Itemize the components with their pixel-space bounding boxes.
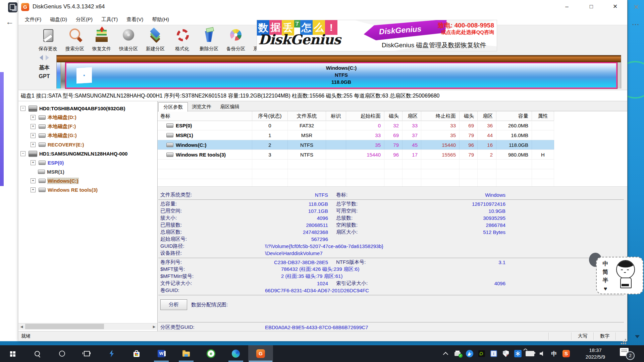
tree-item-windows-re-tools-3-[interactable]: +Windows RE tools(3) [18,185,157,194]
snowflake-app[interactable] [512,345,524,362]
new-partition-button[interactable]: 新建分区 [142,26,169,53]
column-header-8[interactable]: 磁头 [460,111,478,121]
ad-banner[interactable]: 数据丢了怎么! DiskGenius DiskGenius 致电: 400-00… [257,20,497,51]
sogou-status-3[interactable]: ♥ [601,285,609,293]
backup-partition-button[interactable]: 备份分区 [222,26,249,53]
column-header-1[interactable]: 序号(状态) [252,111,288,121]
analyze-button[interactable]: 分析 [160,299,187,310]
menu-item-4[interactable]: 查看(V) [122,14,148,24]
expand-icon[interactable]: + [31,115,36,120]
delete-partition-button[interactable]: 删除分区 [196,26,222,53]
expand-icon[interactable]: + [31,133,36,138]
column-header-0[interactable]: 卷标 [158,111,252,121]
scroll-left-icon[interactable]: ◀ [18,323,25,330]
volume-status[interactable] [536,345,548,362]
menu-item-3[interactable]: 工具(T) [97,14,122,24]
search-button[interactable] [25,345,50,362]
tree-item-esp-0-[interactable]: +ESP(0) [18,158,157,167]
column-header-2[interactable]: 文件系统 [288,111,326,121]
background-close-icon[interactable]: ✕ [631,2,642,12]
column-header-7[interactable]: 终止柱面 [421,111,460,121]
tree-item-recovery-e-[interactable]: +RECOVERY(E:) [18,140,157,149]
maximize-button[interactable]: □ [582,0,601,13]
tree-horizontal-scrollbar[interactable]: ◀ ▶ [18,323,157,330]
column-header-10[interactable]: 容量 [496,111,532,121]
diskgenius[interactable]: G [248,345,273,362]
table-row-windows-c-[interactable]: Windows(C:)2NTFS357945154409616118.0GB [158,140,554,150]
cortana-button[interactable] [50,345,74,362]
intel-graphics[interactable]: i [488,345,500,362]
resize-grip[interactable] [625,339,626,340]
browser-green[interactable]: e [199,345,223,362]
menu-item-5[interactable]: 帮助(H) [148,14,173,24]
expand-icon[interactable]: + [31,142,36,147]
recover-files-button[interactable]: 恢复文件 [88,26,115,53]
app-blue-bird[interactable] [464,345,476,362]
tree-item-windows-c-[interactable]: +Windows(C:) [18,176,157,185]
column-header-11[interactable]: 属性 [532,111,554,121]
save-changes-button[interactable]: 保存更改 [35,26,61,53]
battery-status[interactable] [524,345,536,362]
expand-icon[interactable]: + [31,178,36,183]
app-lightning[interactable] [99,345,124,362]
tab-partition-params[interactable]: 分区参数 [158,102,188,112]
column-header-4[interactable]: 起始柱面 [346,111,384,121]
word[interactable]: W [149,345,174,362]
expand-icon[interactable]: + [31,124,36,129]
table-row-msr-1-[interactable]: MSR(1)1MSR33693735794416.0MB [158,130,554,140]
tree-item-hd1-samsungmznln128hahq-000[interactable]: −HD1:SAMSUNGMZNLN128HAHQ-000 [18,149,157,158]
taskbar-clock[interactable]: 18:37 2022/5/9 [575,345,616,362]
start-button[interactable] [0,345,25,362]
expand-icon[interactable]: + [31,160,36,165]
table-row-esp-0-[interactable]: ESP(0)0FAT3203233336936260.0MB [158,121,554,130]
nvidia-settings[interactable] [476,345,488,362]
scroll-right-icon[interactable]: ▶ [151,323,157,330]
windows-defender[interactable] [500,345,512,362]
background-more-icon[interactable]: ⋯ [629,21,642,29]
background-app-icon[interactable] [8,2,17,12]
microsoft-store[interactable] [124,345,149,362]
sogou-input[interactable]: S [560,345,572,362]
scrollbar-thumb[interactable] [25,324,104,329]
collapse-icon[interactable]: − [20,106,25,111]
quick-partition-button[interactable]: 快速分区 [115,26,142,53]
partition-block-msr[interactable] [61,62,65,88]
sogou-status-0[interactable]: 中 [601,259,609,268]
menu-item-1[interactable]: 磁盘(D) [46,14,71,24]
menu-item-0[interactable]: 文件(F) [20,14,46,24]
tree-item--g-[interactable]: +本地磁盘(G:) [18,131,157,140]
disk-strip[interactable] [57,55,621,62]
tab-browse-files[interactable]: 浏览文件 [187,102,216,111]
sogou-status-1[interactable]: 简 [601,268,609,276]
printer-status[interactable] [451,345,464,362]
task-view-button[interactable] [74,345,99,362]
collapse-icon[interactable]: − [20,151,25,156]
column-header-5[interactable]: 磁头 [384,111,402,121]
nav-left-icon[interactable] [40,55,43,60]
file-explorer[interactable] [174,345,199,362]
tree-item-msr-1-[interactable]: MSR(1) [18,167,157,176]
tree-item-hd0-toshibamq04abf100-932gb-[interactable]: −HD0:TOSHIBAMQ04ABF100(932GB) [18,104,157,113]
ime-indicator[interactable]: 中 [548,345,560,362]
close-button[interactable]: ✕ [605,0,625,13]
tree-item--f-[interactable]: +本地磁盘(F:) [18,122,157,131]
minimize-button[interactable]: – [557,0,577,13]
column-header-9[interactable]: 扇区 [478,111,496,121]
nav-right-icon[interactable] [46,55,49,60]
column-header-3[interactable]: 标识 [326,111,346,121]
column-header-6[interactable]: 扇区 [402,111,421,121]
search-partition-button[interactable]: 搜索分区 [61,26,88,53]
sogou-ime-panel[interactable]: 中简半♥ [596,257,643,294]
tab-sector-edit[interactable]: 扇区编辑 [216,102,244,111]
back-arrow-icon[interactable]: ← [5,17,15,27]
tree-item--d-[interactable]: +本地磁盘(D:) [18,113,157,122]
tray-expand[interactable] [439,345,451,362]
sogou-status-2[interactable]: 半 [601,276,609,285]
expand-icon[interactable]: + [31,187,36,192]
format-button[interactable]: 格式化 [169,26,196,53]
table-row-windows-re-tools-3-[interactable]: Windows RE tools(3)3NTFS1544096171556579… [158,150,554,160]
partition-block-esp[interactable] [57,62,61,88]
menu-item-2[interactable]: 分区(P) [71,14,97,24]
partition-block-windows-c[interactable]: Windows(C:) NTFS 118.0GB [65,62,617,88]
edge[interactable] [223,345,248,362]
